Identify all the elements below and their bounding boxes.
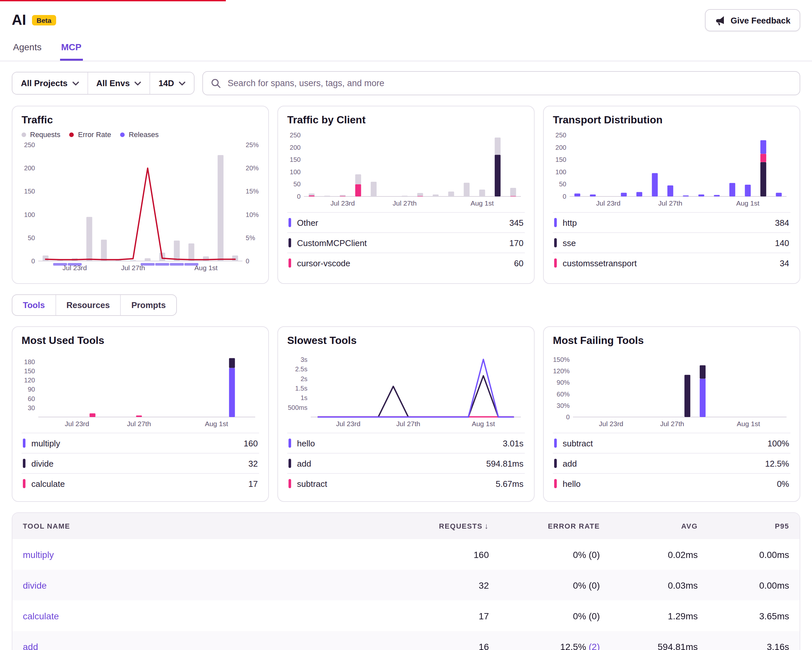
error-rate-cell: 12.5% (2) [489, 631, 600, 650]
tooltab-resources[interactable]: Resources [55, 295, 120, 315]
svg-text:Jul 27th: Jul 27th [658, 199, 682, 207]
series-value: 17 [248, 479, 258, 488]
avg-cell: 0.02ms [600, 539, 698, 570]
series-stat-row[interactable]: CustomMCPClient170 [287, 232, 525, 253]
series-value: 384 [775, 218, 789, 227]
svg-text:250: 250 [556, 131, 566, 139]
series-label: cursor-vscode [297, 258, 508, 268]
card-most-used-tools: Most Used Tools 306090120150180Jul 23rdJ… [12, 326, 269, 502]
slowest-tools-list: hello3.01sadd594.81mssubtract5.67ms [287, 433, 525, 493]
svg-text:1s: 1s [301, 394, 307, 401]
svg-text:Jul 23rd: Jul 23rd [65, 420, 89, 427]
series-label: Other [297, 218, 504, 227]
svg-text:150: 150 [24, 368, 35, 375]
col-p95[interactable]: P95 [698, 514, 789, 539]
project-filter-dropdown[interactable]: All Projects [12, 72, 87, 94]
tab-mcp[interactable]: MCP [60, 42, 82, 61]
tool-link[interactable]: add [23, 631, 391, 650]
series-color-swatch [554, 218, 557, 227]
give-feedback-button[interactable]: Give Feedback [705, 9, 800, 31]
card-title: Transport Distribution [553, 114, 791, 126]
most-failing-tools-list: subtract100%add12.5%hello0% [553, 433, 791, 493]
series-value: 100% [768, 438, 789, 448]
tooltab-prompts[interactable]: Prompts [120, 295, 176, 315]
chevron-down-icon [179, 81, 185, 85]
chevron-down-icon [134, 81, 141, 85]
svg-text:200: 200 [24, 165, 35, 172]
series-stat-row[interactable]: Other345 [287, 212, 525, 232]
series-label: divide [31, 458, 243, 468]
series-value: 160 [244, 438, 258, 448]
svg-text:Jul 23rd: Jul 23rd [336, 420, 361, 427]
series-stat-row[interactable]: customssetransport34 [553, 253, 791, 273]
svg-text:60%: 60% [557, 391, 570, 398]
give-feedback-label: Give Feedback [730, 15, 791, 25]
col-requests-label: Requests [439, 522, 482, 530]
tool-link[interactable]: divide [23, 570, 391, 600]
legend-dot-icon [21, 132, 26, 137]
svg-text:10%: 10% [246, 211, 259, 218]
tool-link[interactable]: multiply [23, 539, 391, 570]
series-label: calculate [31, 479, 243, 488]
most-used-tools-chart[interactable]: 306090120150180Jul 23rdJul 27thAug 1st [21, 351, 259, 429]
traffic-chart[interactable]: 05010015020025005%10%15%20%25%Jul 23rdJu… [21, 140, 259, 275]
svg-text:1.5s: 1.5s [295, 385, 307, 392]
series-stat-row[interactable]: hello0% [553, 473, 791, 493]
series-label: CustomMCPClient [297, 238, 504, 248]
tab-agents[interactable]: Agents [12, 42, 43, 61]
col-error-rate[interactable]: Error Rate [489, 514, 600, 539]
search-input[interactable] [226, 78, 792, 89]
tools-table: Tool Name Requests↓ Error Rate Avg P95 m… [12, 512, 800, 650]
traffic-cards-row: Traffic RequestsError RateReleases 05010… [0, 95, 812, 284]
legend-item[interactable]: Error Rate [70, 131, 111, 138]
transport-distribution-chart[interactable]: 050100150200250Jul 23rdJul 27thAug 1st [553, 130, 791, 208]
svg-text:50: 50 [28, 234, 35, 241]
tool-link[interactable]: calculate [23, 600, 391, 631]
series-stat-row[interactable]: add12.5% [553, 453, 791, 473]
card-title: Most Used Tools [21, 335, 259, 346]
env-filter-dropdown[interactable]: All Envs [87, 72, 150, 94]
svg-text:Aug 1st: Aug 1st [471, 199, 494, 207]
avg-cell: 0.03ms [600, 570, 698, 600]
most-used-tools-list: multiply160divide32calculate17 [21, 433, 259, 493]
svg-text:Aug 1st: Aug 1st [737, 420, 760, 427]
series-stat-row[interactable]: multiply160 [21, 433, 259, 453]
tooltab-tools[interactable]: Tools [12, 295, 55, 315]
most_used_tools-svg: 306090120150180Jul 23rdJul 27thAug 1st [21, 351, 259, 429]
transport_distribution-svg: 050100150200250Jul 23rdJul 27thAug 1st [553, 130, 791, 208]
series-color-swatch [288, 258, 291, 268]
col-tool-name[interactable]: Tool Name [23, 514, 391, 539]
traffic-by-client-chart[interactable]: 050100150200250Jul 23rdJul 27thAug 1st [287, 130, 525, 208]
series-stat-row[interactable]: subtract100% [553, 433, 791, 453]
series-stat-row[interactable]: divide32 [21, 453, 259, 473]
slowest-tools-chart[interactable]: 500ms1s1.5s2s2.5s3sJul 23rdJul 27thAug 1… [287, 351, 525, 429]
series-stat-row[interactable]: http384 [553, 212, 791, 232]
series-label: sse [563, 238, 769, 248]
card-transport-distribution: Transport Distribution 050100150200250Ju… [543, 106, 800, 284]
svg-text:30: 30 [28, 404, 35, 412]
legend-item[interactable]: Requests [21, 131, 60, 138]
series-stat-row[interactable]: sse140 [553, 232, 791, 253]
series-color-swatch [554, 479, 557, 488]
error-rate-value: 12.5% [560, 641, 589, 650]
series-stat-row[interactable]: add594.81ms [287, 453, 525, 473]
requests-cell: 16 [391, 631, 489, 650]
most-failing-tools-chart[interactable]: 030%60%90%120%150%Jul 23rdJul 27thAug 1s… [553, 351, 791, 429]
date-range-dropdown[interactable]: 14D [150, 72, 194, 94]
series-stat-row[interactable]: hello3.01s [287, 433, 525, 453]
tool-cards-row: Most Used Tools 306090120150180Jul 23rdJ… [0, 316, 812, 502]
series-stat-row[interactable]: cursor-vscode60 [287, 253, 525, 273]
traffic-legend: RequestsError RateReleases [21, 131, 259, 138]
series-stat-row[interactable]: calculate17 [21, 473, 259, 493]
col-avg[interactable]: Avg [600, 514, 698, 539]
svg-text:250: 250 [24, 141, 35, 148]
requests-cell: 17 [391, 600, 489, 631]
sort-desc-icon: ↓ [484, 522, 489, 531]
series-value: 32 [248, 458, 258, 468]
table-row: calculate170% (0)1.29ms3.65ms [12, 600, 800, 631]
series-stat-row[interactable]: subtract5.67ms [287, 473, 525, 493]
error-count[interactable]: (2) [589, 641, 600, 650]
p95-cell: 0.00ms [698, 539, 789, 570]
col-requests[interactable]: Requests↓ [391, 513, 489, 539]
legend-item[interactable]: Releases [120, 131, 159, 138]
